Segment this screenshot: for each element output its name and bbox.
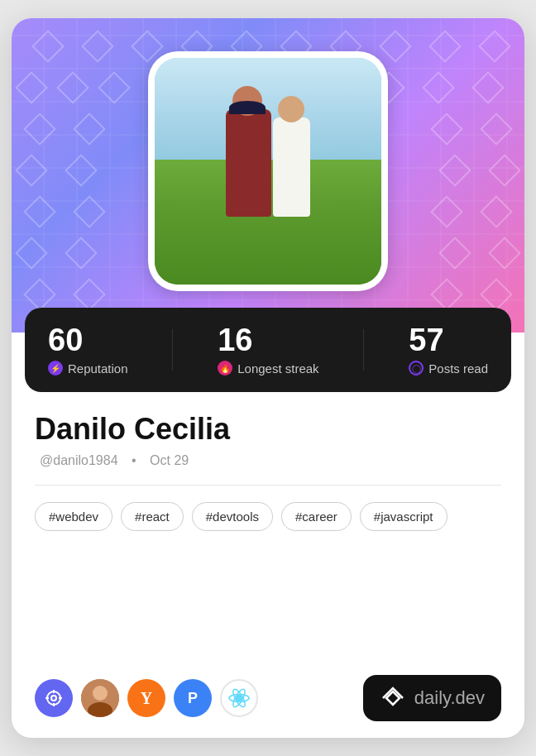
diamond-decoration <box>438 237 471 270</box>
diamond-decoration <box>56 71 89 104</box>
diamond-decoration <box>480 278 513 311</box>
ycombinator-icon: Y <box>127 679 165 717</box>
user-handle: @danilo1984 <box>40 453 118 467</box>
streak-label: 🔥 Longest streak <box>218 361 318 376</box>
brand-badge: daily.dev <box>363 675 501 721</box>
diamond-decoration <box>23 278 56 311</box>
streak-icon: 🔥 <box>218 361 232 376</box>
reputation-value: 60 <box>48 324 128 356</box>
brand-name: daily.dev <box>414 687 485 709</box>
figure-left <box>226 109 271 217</box>
diamond-decoration <box>430 195 463 228</box>
diamond-decoration <box>23 112 56 146</box>
tag-javascript[interactable]: #javascript <box>360 502 447 531</box>
diamond-decoration <box>15 154 48 187</box>
stat-reputation: 60 ⚡ Reputation <box>48 324 128 376</box>
figure-right <box>273 117 310 217</box>
source-icons: Y P <box>35 679 258 717</box>
svg-point-0 <box>47 691 60 705</box>
user-name: Danilo Cecilia <box>35 412 501 447</box>
tag-devtools[interactable]: #devtools <box>192 502 273 531</box>
diamond-decoration <box>480 112 513 146</box>
diamond-decoration <box>23 195 56 228</box>
diamond-decoration <box>15 71 48 104</box>
reputation-text: Reputation <box>68 361 128 376</box>
diamond-decoration <box>65 237 98 270</box>
diamond-decoration <box>73 112 106 146</box>
diamond-decoration <box>422 71 455 104</box>
streak-value: 16 <box>218 324 318 356</box>
stat-streak: 16 🔥 Longest streak <box>218 324 318 376</box>
avatar-wrapper <box>148 51 388 291</box>
reputation-icon: ⚡ <box>48 361 63 376</box>
diamond-decoration <box>31 30 65 63</box>
diamond-decoration <box>81 30 114 63</box>
diamond-decoration <box>430 278 463 311</box>
card-footer: Y P <box>35 675 501 721</box>
diamond-decoration <box>73 278 106 311</box>
diamond-decoration <box>65 154 98 187</box>
stats-bar: 60 ⚡ Reputation 16 🔥 Longest streak 57 ◯… <box>25 308 511 392</box>
avatar-scene <box>155 58 381 285</box>
diamond-decoration <box>98 71 131 104</box>
react-icon <box>220 679 258 717</box>
meta-separator: • <box>132 453 136 467</box>
svg-point-1 <box>51 696 56 701</box>
streak-text: Longest streak <box>237 361 318 376</box>
user-meta: @danilo1984 • Oct 29 <box>35 453 501 468</box>
diamond-decoration <box>488 154 521 187</box>
stat-posts: 57 ◯ Posts read <box>409 324 488 376</box>
diamond-decoration <box>478 30 511 63</box>
avatar <box>155 58 381 285</box>
small-avatar-icon <box>81 679 119 717</box>
posts-text: Posts read <box>428 361 488 376</box>
producthunt-icon: P <box>174 679 212 717</box>
posts-label: ◯ Posts read <box>409 361 488 376</box>
diamond-decoration <box>438 154 471 187</box>
diamond-decoration <box>379 30 412 63</box>
posts-value: 57 <box>409 324 488 356</box>
crosshair-icon <box>35 679 73 717</box>
diamond-decoration <box>430 112 463 146</box>
reputation-label: ⚡ Reputation <box>48 361 128 376</box>
stat-divider-2 <box>363 329 364 371</box>
user-date: Oct 29 <box>150 453 189 467</box>
brand-name-text: daily <box>414 687 451 708</box>
tag-career[interactable]: #career <box>281 502 352 531</box>
diamond-decoration <box>480 195 513 228</box>
hero-section <box>12 18 524 333</box>
tag-webdev[interactable]: #webdev <box>35 502 112 531</box>
brand-suffix: .dev <box>450 687 485 708</box>
daily-dev-logo <box>380 685 406 711</box>
content-divider <box>35 485 501 486</box>
tag-react[interactable]: #react <box>121 502 184 531</box>
diamond-decoration <box>15 237 48 270</box>
posts-icon: ◯ <box>409 361 424 376</box>
svg-point-7 <box>93 686 108 701</box>
diamond-decoration <box>73 195 106 228</box>
diamond-decoration <box>471 71 505 104</box>
profile-content: Danilo Cecilia @danilo1984 • Oct 29 #web… <box>12 392 524 738</box>
stat-divider-1 <box>172 329 173 371</box>
profile-card: 60 ⚡ Reputation 16 🔥 Longest streak 57 ◯… <box>12 18 524 738</box>
figures <box>226 109 310 217</box>
tags-container: #webdev #react #devtools #career #javasc… <box>35 502 501 531</box>
diamond-decoration <box>428 30 462 63</box>
diamond-decoration <box>488 237 521 270</box>
